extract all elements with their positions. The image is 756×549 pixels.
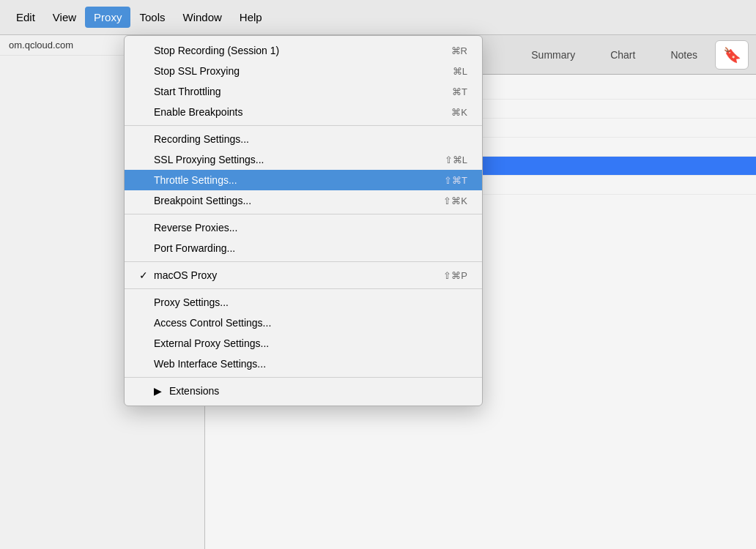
label-enable-breakpoints: Enable Breakpoints — [154, 106, 422, 118]
label-external-proxy-settings: External Proxy Settings... — [154, 337, 438, 349]
label-stop-ssl: Stop SSL Proxying — [154, 65, 423, 77]
menu-help[interactable]: Help — [231, 7, 271, 28]
menu-item-access-control-settings[interactable]: Access Control Settings... — [125, 313, 482, 333]
menu-item-proxy-settings[interactable]: Proxy Settings... — [125, 292, 482, 313]
tab-chart[interactable]: Chart — [593, 35, 653, 74]
menubar: Edit View Proxy Tools Window Help — [0, 0, 756, 35]
label-extensions: ▶ Extensions — [154, 385, 467, 397]
label-web-interface-settings: Web Interface Settings... — [154, 358, 438, 370]
label-port-forwarding: Port Forwarding... — [154, 242, 438, 254]
menu-item-port-forwarding[interactable]: Port Forwarding... — [125, 238, 482, 258]
menu-item-external-proxy-settings[interactable]: External Proxy Settings... — [125, 333, 482, 354]
shortcut-ssl-proxying-settings: ⇧⌘L — [445, 154, 467, 165]
label-ssl-proxying-settings: SSL Proxying Settings... — [154, 154, 415, 165]
label-macos-proxy: macOS Proxy — [154, 269, 414, 281]
label-stop-recording: Stop Recording (Session 1) — [154, 45, 422, 56]
menu-item-reverse-proxies[interactable]: Reverse Proxies... — [125, 217, 482, 238]
shortcut-macos-proxy: ⇧⌘P — [443, 270, 467, 281]
shortcut-breakpoint-settings: ⇧⌘K — [443, 195, 467, 206]
menu-window[interactable]: Window — [174, 7, 230, 28]
menu-edit[interactable]: Edit — [7, 7, 44, 28]
menu-item-start-throttling[interactable]: Start Throttling ⌘T — [125, 81, 482, 102]
menu-item-recording-settings[interactable]: Recording Settings... — [125, 129, 482, 149]
menu-item-stop-recording[interactable]: Stop Recording (Session 1) ⌘R — [125, 40, 482, 61]
extensions-triangle: ▶ — [154, 385, 162, 397]
tab-summary[interactable]: Summary — [514, 35, 593, 74]
separator-1 — [125, 125, 482, 126]
label-breakpoint-settings: Breakpoint Settings... — [154, 195, 414, 206]
proxy-dropdown-menu[interactable]: Stop Recording (Session 1) ⌘R Stop SSL P… — [124, 35, 483, 406]
menu-item-extensions[interactable]: ▶ Extensions — [125, 381, 482, 401]
shortcut-enable-breakpoints: ⌘K — [451, 107, 467, 118]
menu-proxy[interactable]: Proxy — [85, 7, 130, 28]
label-access-control-settings: Access Control Settings... — [154, 317, 438, 329]
label-start-throttling: Start Throttling — [154, 86, 423, 97]
menu-item-breakpoint-settings[interactable]: Breakpoint Settings... ⇧⌘K — [125, 190, 482, 211]
bookmark-glyph: 🔖 — [723, 46, 741, 64]
label-proxy-settings: Proxy Settings... — [154, 296, 438, 308]
shortcut-stop-recording: ⌘R — [451, 45, 467, 56]
tab-notes[interactable]: Notes — [653, 35, 715, 74]
menu-item-stop-ssl[interactable]: Stop SSL Proxying ⌘L — [125, 61, 482, 81]
label-recording-settings: Recording Settings... — [154, 133, 438, 145]
menu-item-ssl-proxying-settings[interactable]: SSL Proxying Settings... ⇧⌘L — [125, 149, 482, 170]
menu-item-enable-breakpoints[interactable]: Enable Breakpoints ⌘K — [125, 102, 482, 122]
menu-tools[interactable]: Tools — [130, 7, 174, 28]
extensions-text: Extensions — [169, 385, 219, 397]
label-throttle-settings: Throttle Settings... — [154, 174, 415, 186]
separator-3 — [125, 261, 482, 262]
menu-item-throttle-settings[interactable]: Throttle Settings... ⇧⌘T — [125, 170, 482, 190]
checkmark-10: ✓ — [139, 269, 154, 281]
bookmark-icon[interactable]: 🔖 — [715, 40, 749, 70]
separator-4 — [125, 288, 482, 289]
menu-item-web-interface-settings[interactable]: Web Interface Settings... — [125, 354, 482, 374]
shortcut-throttle-settings: ⇧⌘T — [444, 175, 467, 186]
menu-view[interactable]: View — [44, 7, 85, 28]
shortcut-stop-ssl: ⌘L — [453, 66, 467, 77]
menu-item-macos-proxy[interactable]: ✓ macOS Proxy ⇧⌘P — [125, 265, 482, 285]
separator-2 — [125, 214, 482, 214]
separator-5 — [125, 377, 482, 378]
label-reverse-proxies: Reverse Proxies... — [154, 222, 438, 234]
shortcut-start-throttling: ⌘T — [452, 86, 467, 97]
